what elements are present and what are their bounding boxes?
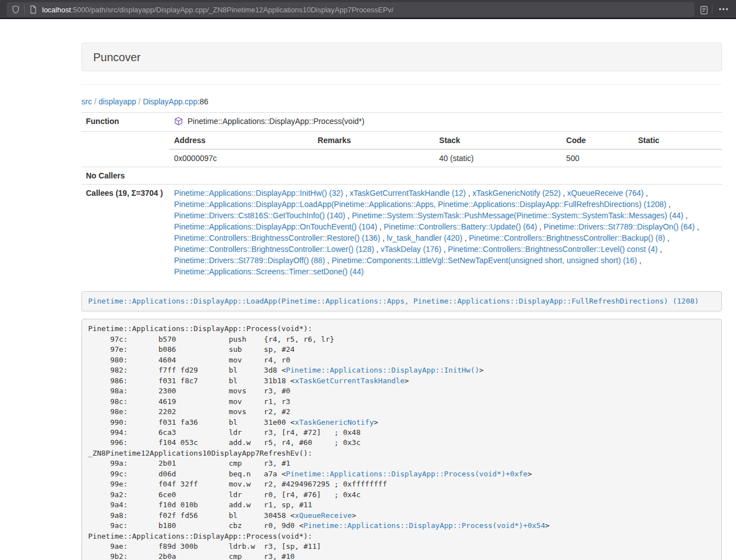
table-row: No Callers [81,167,722,185]
col-address: Address [170,132,313,149]
stack-value: 40 (static) [435,149,561,167]
toolbar-divider [24,4,25,15]
overflow-menu-icon[interactable]: ••• [716,6,732,13]
table-row: Callees (19, Σ=3704 ) Pinetime::Applicat… [81,185,722,281]
callee-link[interactable]: Pinetime::Applications::DisplayApp::Load… [174,200,666,209]
table-header-row: Address Remarks Stack Code Static [170,132,722,149]
callees-list: Pinetime::Applications::DisplayApp::Init… [170,185,722,281]
callee-link[interactable]: Pinetime::Components::LittleVgl::SetNewT… [332,256,637,265]
callee-link[interactable]: Pinetime::Applications::DisplayApp::OnTo… [174,222,377,231]
breadcrumb-link[interactable]: src [81,97,92,106]
url-bar[interactable]: localhost:5000/path/src/displayapp/Displ… [7,2,694,17]
callee-link[interactable]: Pinetime::Controllers::BrightnessControl… [174,245,374,254]
callee-link[interactable]: xQueueReceive (764) [567,189,643,198]
breadcrumb-line-number: :86 [198,97,208,106]
function-name-wrap: Pinetime::Applications::DisplayApp::Proc… [174,116,364,127]
asm-symbol-link[interactable]: Pinetime::Applications::DisplayApp::Init… [286,366,479,374]
breadcrumb: src/displayapp/DisplayApp.cpp:86 [81,96,722,107]
toolbar-divider [712,5,712,14]
page-icon[interactable] [29,5,38,14]
no-callers-label: No Callers [81,167,170,185]
callers-cell [170,167,722,185]
callee-link[interactable]: xTaskGenericNotify (252) [472,189,560,198]
url-host: localhost [42,6,71,14]
breadcrumb-link[interactable]: displayapp [99,97,136,106]
callee-link[interactable]: vTaskDelay (176) [381,245,441,254]
col-code: Code [562,132,634,149]
callee-link[interactable]: Pinetime::System::SystemTask::PushMessag… [352,211,684,220]
callee-link[interactable]: Pinetime::Drivers::Cst816S::GetTouchInfo… [174,211,345,220]
function-name: Pinetime::Applications::DisplayApp::Proc… [188,116,364,127]
callee-link[interactable]: Pinetime::Drivers::St7789::DisplayOn() (… [543,222,694,231]
remarks-value [313,149,435,167]
static-value [634,149,722,167]
col-remarks: Remarks [313,132,435,149]
asm-symbol-link[interactable]: Pinetime::Applications::DisplayApp::Proc… [286,470,527,478]
address-table: Address Remarks Stack Code Static 0x0000… [170,132,722,167]
function-table: Function Pinetime::Applications::Display… [81,112,722,280]
asm-symbol-link[interactable]: xQueueReceive [295,511,352,520]
col-stack: Stack [435,132,561,149]
table-row: 0x0000097c 40 (static) 500 [170,149,722,167]
reader-mode-icon[interactable] [699,5,708,14]
callees-label: Callees (19, Σ=3704 ) [81,185,170,281]
table-row: Function Pinetime::Applications::Display… [81,113,722,132]
callee-link[interactable]: Pinetime::Controllers::Battery::Update()… [384,222,537,231]
asm-symbol-link[interactable]: xTaskGetCurrentTaskHandle [295,377,405,385]
app-header-panel: Puncover [81,43,722,71]
disassembly-code: Pinetime::Applications::DisplayApp::Proc… [81,319,722,560]
callee-link[interactable]: Pinetime::Controllers::BrightnessControl… [469,233,665,242]
callee-link[interactable]: lv_task_handler (420) [387,233,463,242]
callee-link[interactable]: Pinetime::Drivers::St7789::DisplayOff() … [174,256,325,265]
col-static: Static [634,132,722,149]
url-text: localhost:5000/path/src/displayapp/Displ… [42,6,394,14]
caller-header-block: Pinetime::Applications::DisplayApp::Load… [81,291,722,311]
page-title: Puncover [93,51,710,64]
table-row: Address Remarks Stack Code Static 0x0000… [81,132,722,167]
empty-cell [81,132,170,167]
browser-toolbar: localhost:5000/path/src/displayapp/Displ… [0,0,736,19]
symbol-cube-icon [174,117,183,126]
callee-link[interactable]: Pinetime::Controllers::BrightnessControl… [174,233,380,242]
callee-link[interactable]: xTaskGetCurrentTaskHandle (12) [350,189,466,198]
address-value: 0x0000097c [170,149,313,167]
code-value: 500 [562,149,634,167]
shield-icon[interactable] [11,5,20,14]
divider [81,84,722,85]
callee-link[interactable]: Pinetime::Applications::DisplayApp::Init… [174,189,343,198]
callee-link[interactable]: Pinetime::Applications::Screens::Timer::… [174,267,364,276]
breadcrumb-separator: / [92,97,99,106]
caller-link[interactable]: Pinetime::Applications::DisplayApp::Load… [88,297,699,305]
breadcrumb-link[interactable]: DisplayApp.cpp [143,97,197,106]
function-label: Function [81,113,170,132]
breadcrumb-separator: / [136,97,143,106]
callee-link[interactable]: Pinetime::Controllers::BrightnessControl… [448,245,657,254]
asm-symbol-link[interactable]: Pinetime::Applications::DisplayApp::Proc… [304,521,545,530]
url-path: :5000/path/src/displayapp/DisplayApp.cpp… [71,6,394,14]
asm-symbol-link[interactable]: xTaskGenericNotify [295,418,374,426]
